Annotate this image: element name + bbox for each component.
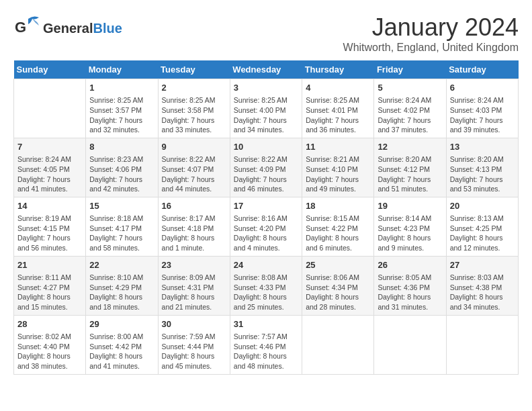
day-info: Sunrise: 8:24 AMSunset: 4:05 PMDaylight:… [17,154,82,194]
day-number: 10 [234,141,298,153]
day-number: 7 [17,141,82,153]
day-cell: 25Sunrise: 8:06 AMSunset: 4:34 PMDayligh… [302,256,374,315]
day-cell [374,315,446,374]
day-number: 3 [234,82,298,94]
day-info: Sunrise: 8:05 AMSunset: 4:36 PMDaylight:… [378,273,442,312]
title-section: January 2024 Whitworth, England, United … [343,13,519,54]
day-number: 11 [306,141,370,153]
weekday-monday: Monday [86,60,158,79]
logo: G GeneralBlue [13,13,122,43]
day-cell: 6Sunrise: 8:24 AMSunset: 4:03 PMDaylight… [446,79,518,138]
svg-text:G: G [15,19,26,36]
day-cell: 15Sunrise: 8:18 AMSunset: 4:17 PMDayligh… [86,197,158,256]
day-info: Sunrise: 8:19 AMSunset: 4:15 PMDaylight:… [17,214,82,253]
day-cell: 22Sunrise: 8:10 AMSunset: 4:29 PMDayligh… [86,256,158,315]
day-cell: 5Sunrise: 8:24 AMSunset: 4:02 PMDaylight… [374,79,446,138]
day-info: Sunrise: 8:21 AMSunset: 4:10 PMDaylight:… [306,154,370,194]
day-cell: 24Sunrise: 8:08 AMSunset: 4:33 PMDayligh… [230,256,302,315]
day-cell: 26Sunrise: 8:05 AMSunset: 4:36 PMDayligh… [374,256,446,315]
day-info: Sunrise: 8:25 AMSunset: 4:00 PMDaylight:… [234,95,298,135]
day-info: Sunrise: 7:57 AMSunset: 4:46 PMDaylight:… [234,332,298,371]
weekday-thursday: Thursday [302,60,374,79]
weekday-friday: Friday [374,60,446,79]
day-number: 1 [89,82,154,94]
day-cell: 2Sunrise: 8:25 AMSunset: 3:58 PMDaylight… [158,79,230,138]
day-number: 31 [234,318,298,330]
day-info: Sunrise: 8:08 AMSunset: 4:33 PMDaylight:… [234,273,298,312]
day-info: Sunrise: 8:22 AMSunset: 4:07 PMDaylight:… [162,154,226,194]
logo-icon: G [13,13,40,43]
weekday-tuesday: Tuesday [158,60,230,79]
day-number: 14 [17,200,82,212]
day-cell: 31Sunrise: 7:57 AMSunset: 4:46 PMDayligh… [230,315,302,374]
day-info: Sunrise: 8:06 AMSunset: 4:34 PMDaylight:… [306,273,370,312]
day-cell: 7Sunrise: 8:24 AMSunset: 4:05 PMDaylight… [14,138,86,197]
weekday-saturday: Saturday [446,60,518,79]
day-number: 21 [17,259,82,271]
day-cell: 21Sunrise: 8:11 AMSunset: 4:27 PMDayligh… [14,256,86,315]
day-cell: 8Sunrise: 8:23 AMSunset: 4:06 PMDaylight… [86,138,158,197]
day-number: 29 [89,318,154,330]
day-info: Sunrise: 8:17 AMSunset: 4:18 PMDaylight:… [162,214,226,253]
day-number: 15 [89,200,154,212]
day-number: 12 [378,141,442,153]
day-cell [446,315,518,374]
day-info: Sunrise: 8:25 AMSunset: 3:58 PMDaylight:… [162,95,226,135]
week-row-4: 21Sunrise: 8:11 AMSunset: 4:27 PMDayligh… [14,256,519,315]
day-cell: 29Sunrise: 8:00 AMSunset: 4:42 PMDayligh… [86,315,158,374]
day-cell [302,315,374,374]
day-number: 22 [89,259,154,271]
weekday-header-row: SundayMondayTuesdayWednesdayThursdayFrid… [14,60,519,79]
location: Whitworth, England, United Kingdom [343,42,519,54]
day-cell: 23Sunrise: 8:09 AMSunset: 4:31 PMDayligh… [158,256,230,315]
logo-text: GeneralBlue [43,21,122,36]
day-number: 27 [450,259,515,271]
day-number: 16 [162,200,226,212]
day-cell: 1Sunrise: 8:25 AMSunset: 3:57 PMDaylight… [86,79,158,138]
week-row-5: 28Sunrise: 8:02 AMSunset: 4:40 PMDayligh… [14,315,519,374]
weekday-sunday: Sunday [14,60,86,79]
day-info: Sunrise: 8:09 AMSunset: 4:31 PMDaylight:… [162,273,226,312]
day-cell: 17Sunrise: 8:16 AMSunset: 4:20 PMDayligh… [230,197,302,256]
day-number: 26 [378,259,442,271]
calendar-header: SundayMondayTuesdayWednesdayThursdayFrid… [14,60,519,79]
page-header: G GeneralBlue January 2024 Whitworth, En… [13,13,519,54]
day-info: Sunrise: 8:24 AMSunset: 4:02 PMDaylight:… [378,95,442,135]
day-cell: 19Sunrise: 8:14 AMSunset: 4:23 PMDayligh… [374,197,446,256]
day-number: 4 [306,82,370,94]
day-cell: 18Sunrise: 8:15 AMSunset: 4:22 PMDayligh… [302,197,374,256]
day-number: 8 [89,141,154,153]
day-info: Sunrise: 8:23 AMSunset: 4:06 PMDaylight:… [89,154,154,194]
day-cell: 4Sunrise: 8:25 AMSunset: 4:01 PMDaylight… [302,79,374,138]
day-info: Sunrise: 8:20 AMSunset: 4:13 PMDaylight:… [450,154,515,194]
day-number: 20 [450,200,515,212]
day-info: Sunrise: 8:16 AMSunset: 4:20 PMDaylight:… [234,214,298,253]
day-cell: 13Sunrise: 8:20 AMSunset: 4:13 PMDayligh… [446,138,518,197]
day-cell: 16Sunrise: 8:17 AMSunset: 4:18 PMDayligh… [158,197,230,256]
day-cell: 9Sunrise: 8:22 AMSunset: 4:07 PMDaylight… [158,138,230,197]
day-info: Sunrise: 8:25 AMSunset: 4:01 PMDaylight:… [306,95,370,135]
day-cell: 12Sunrise: 8:20 AMSunset: 4:12 PMDayligh… [374,138,446,197]
day-info: Sunrise: 8:13 AMSunset: 4:25 PMDaylight:… [450,214,515,253]
day-info: Sunrise: 8:24 AMSunset: 4:03 PMDaylight:… [450,95,515,135]
week-row-3: 14Sunrise: 8:19 AMSunset: 4:15 PMDayligh… [14,197,519,256]
day-info: Sunrise: 8:00 AMSunset: 4:42 PMDaylight:… [89,332,154,371]
weekday-wednesday: Wednesday [230,60,302,79]
day-info: Sunrise: 8:20 AMSunset: 4:12 PMDaylight:… [378,154,442,194]
day-number: 6 [450,82,515,94]
day-cell: 10Sunrise: 8:22 AMSunset: 4:09 PMDayligh… [230,138,302,197]
day-cell: 3Sunrise: 8:25 AMSunset: 4:00 PMDaylight… [230,79,302,138]
day-info: Sunrise: 7:59 AMSunset: 4:44 PMDaylight:… [162,332,226,371]
day-cell [14,79,86,138]
day-info: Sunrise: 8:14 AMSunset: 4:23 PMDaylight:… [378,214,442,253]
week-row-2: 7Sunrise: 8:24 AMSunset: 4:05 PMDaylight… [14,138,519,197]
day-number: 2 [162,82,226,94]
calendar-table: SundayMondayTuesdayWednesdayThursdayFrid… [13,60,519,375]
day-number: 23 [162,259,226,271]
day-info: Sunrise: 8:03 AMSunset: 4:38 PMDaylight:… [450,273,515,312]
day-number: 19 [378,200,442,212]
day-number: 24 [234,259,298,271]
day-number: 25 [306,259,370,271]
day-cell: 11Sunrise: 8:21 AMSunset: 4:10 PMDayligh… [302,138,374,197]
day-info: Sunrise: 8:15 AMSunset: 4:22 PMDaylight:… [306,214,370,253]
